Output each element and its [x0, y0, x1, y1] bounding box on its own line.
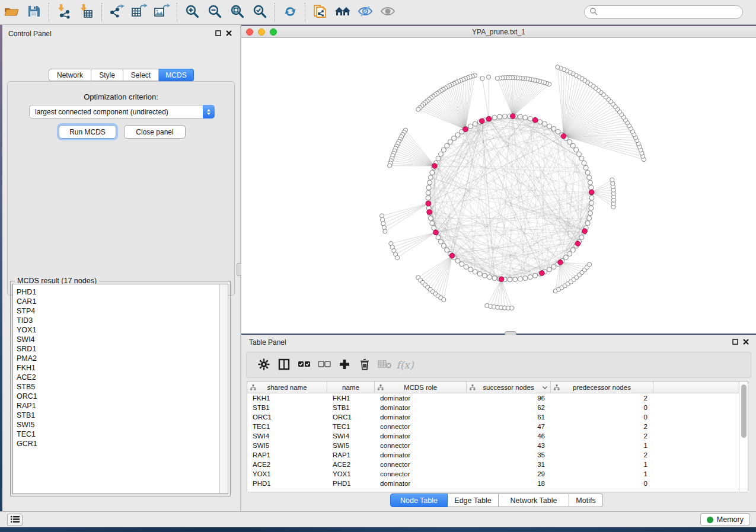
network-node[interactable]	[587, 175, 592, 180]
mcds-node[interactable]	[561, 134, 566, 139]
network-node[interactable]	[442, 297, 446, 302]
settings-gear-button[interactable]	[254, 355, 274, 375]
network-node[interactable]	[381, 222, 385, 226]
network-node[interactable]	[441, 243, 446, 248]
search-input[interactable]	[601, 8, 742, 17]
result-node[interactable]: TID3	[17, 316, 37, 325]
result-node[interactable]: RAP1	[17, 401, 37, 411]
network-node[interactable]	[473, 270, 477, 274]
network-node[interactable]	[610, 178, 614, 182]
tab-edge-table[interactable]: Edge Table	[448, 493, 499, 507]
task-history-button[interactable]	[7, 514, 23, 526]
result-node[interactable]: SWI5	[17, 420, 37, 430]
network-node[interactable]	[487, 275, 492, 280]
network-node[interactable]	[547, 124, 551, 129]
network-node[interactable]	[436, 235, 441, 239]
network-node[interactable]	[477, 271, 482, 276]
table-scrollbar[interactable]	[739, 382, 748, 492]
deselect-all-button[interactable]	[314, 355, 334, 375]
function-builder-button[interactable]: f(x)	[395, 355, 415, 375]
column-header-name[interactable]: name	[327, 382, 375, 393]
network-node[interactable]	[428, 175, 433, 180]
column-header-MCDS-role[interactable]: MCDS role	[375, 382, 467, 393]
float-panel-icon[interactable]	[732, 338, 738, 347]
add-column-button[interactable]	[334, 355, 355, 375]
mcds-node[interactable]	[558, 259, 563, 265]
network-node[interactable]	[587, 262, 591, 267]
network-node[interactable]	[480, 76, 484, 81]
result-node[interactable]: STB1	[17, 411, 37, 420]
network-node[interactable]	[583, 165, 588, 170]
network-node[interactable]	[438, 239, 443, 244]
mcds-node[interactable]	[480, 118, 485, 124]
run-mcds-button[interactable]: Run MCDS	[59, 125, 116, 139]
column-header-successor-nodes[interactable]: successor nodes	[467, 382, 551, 393]
open-file-button[interactable]	[0, 2, 23, 23]
show-all-button[interactable]	[377, 2, 399, 23]
network-node[interactable]	[468, 267, 473, 272]
table-row[interactable]: PHD1PHD1dominator180	[247, 479, 739, 488]
table-row[interactable]: TEC1TEC1connector472	[247, 422, 739, 431]
delete-column-button[interactable]	[355, 355, 375, 375]
tab-node-table[interactable]: Node Table	[390, 493, 448, 507]
mcds-result-list[interactable]: PHD1CAR1STP4TID3YOX1SWI4SRD1PMA2FKH1ACE2…	[12, 284, 228, 494]
float-panel-icon[interactable]	[215, 30, 221, 38]
result-node[interactable]: PMA2	[17, 354, 37, 363]
mcds-node[interactable]	[463, 127, 468, 132]
table-row[interactable]: YOX1YOX1connector291	[247, 469, 739, 479]
mcds-node[interactable]	[499, 277, 504, 282]
table-row[interactable]: ORC1ORC1dominator610	[247, 412, 739, 422]
network-node[interactable]	[551, 265, 556, 270]
export-table-button[interactable]	[128, 2, 151, 23]
mcds-node[interactable]	[540, 271, 545, 276]
network-node[interactable]	[579, 235, 584, 239]
network-graph[interactable]	[241, 38, 756, 334]
mcds-node[interactable]	[426, 201, 431, 206]
network-node[interactable]	[567, 140, 572, 145]
network-node[interactable]	[518, 277, 522, 281]
mcds-node[interactable]	[432, 164, 438, 169]
result-node[interactable]: SRD1	[17, 344, 37, 354]
table-row[interactable]: RAP1RAP1dominator352	[247, 450, 739, 460]
mcds-node[interactable]	[511, 114, 516, 119]
network-node[interactable]	[430, 170, 435, 175]
fit-content-button[interactable]	[226, 2, 248, 23]
network-node[interactable]	[473, 121, 477, 126]
network-node[interactable]	[448, 140, 452, 145]
network-node[interactable]	[455, 133, 460, 137]
column-layout-button[interactable]	[274, 355, 294, 375]
network-node[interactable]	[589, 201, 594, 206]
table-row[interactable]: SWI4SWI4dominator462	[247, 431, 739, 441]
network-node[interactable]	[577, 152, 582, 156]
tab-select[interactable]: Select	[123, 69, 159, 81]
table-row[interactable]: SWI5SWI5connector431	[247, 441, 739, 450]
network-node[interactable]	[589, 196, 594, 200]
network-node[interactable]	[508, 277, 512, 282]
network-node[interactable]	[430, 221, 435, 226]
network-node[interactable]	[589, 185, 594, 190]
network-node[interactable]	[388, 164, 392, 168]
network-node[interactable]	[445, 143, 449, 148]
network-node[interactable]	[416, 107, 420, 111]
zoom-out-button[interactable]	[203, 2, 226, 23]
close-panel-icon[interactable]	[226, 30, 232, 38]
network-node[interactable]	[482, 273, 487, 278]
hide-selected-button[interactable]	[354, 2, 377, 23]
network-node[interactable]	[486, 75, 490, 79]
mcds-node[interactable]	[433, 230, 439, 235]
mcds-node[interactable]	[486, 116, 492, 121]
zoom-in-button[interactable]	[181, 2, 203, 23]
network-node[interactable]	[582, 161, 586, 165]
memory-button[interactable]: Memory	[700, 513, 750, 526]
network-node[interactable]	[497, 114, 502, 119]
network-node[interactable]	[464, 265, 468, 270]
network-node[interactable]	[556, 129, 560, 134]
network-node[interactable]	[585, 221, 590, 226]
tab-style[interactable]: Style	[91, 69, 123, 81]
table-scrollbar-thumb[interactable]	[741, 384, 747, 438]
import-network-button[interactable]	[53, 2, 75, 23]
network-node[interactable]	[543, 121, 547, 126]
network-node[interactable]	[381, 217, 385, 222]
result-node[interactable]: ACE2	[17, 373, 37, 382]
network-node[interactable]	[523, 115, 528, 120]
